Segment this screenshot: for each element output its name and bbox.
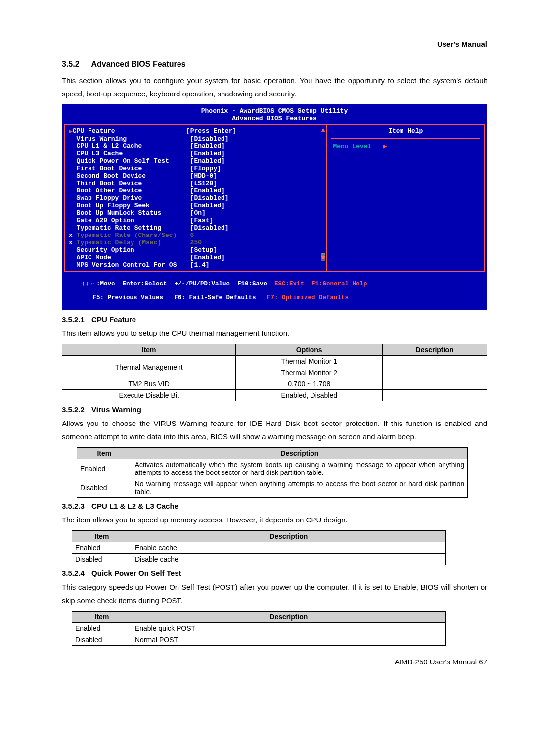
setting-label: MPS Version Control For OS bbox=[77, 261, 190, 269]
table-cell: TM2 Bus VID bbox=[62, 378, 236, 390]
subsection-number: 3.5.2.3 bbox=[62, 502, 85, 510]
table-row: Enabled Enable quick POST bbox=[72, 623, 446, 634]
bios-setting-row[interactable]: Typematic Rate Setting [Disabled] bbox=[69, 224, 322, 232]
table-header-row: Item Description bbox=[72, 612, 446, 623]
bios-setting-row[interactable]: Virus Warning [Disabled] bbox=[69, 135, 322, 142]
bios-setting-row[interactable]: Security Option [Setup] bbox=[69, 246, 322, 254]
table-cell: No warning message will appear when anyt… bbox=[132, 478, 468, 498]
table-cell: Disabled bbox=[77, 478, 132, 498]
table-cell: Activates automatically when the system … bbox=[132, 459, 468, 478]
scroll-down-icon[interactable]: ▼ bbox=[321, 254, 325, 262]
setting-label: CPU Feature bbox=[73, 127, 186, 135]
table-cell: Enabled bbox=[72, 542, 132, 554]
setting-value: [On] bbox=[190, 209, 206, 217]
bios-setting-row[interactable]: CPU L3 Cache [Enabled] bbox=[69, 150, 322, 157]
bios-setting-row[interactable]: Swap Floppy Drive [Disabled] bbox=[69, 194, 322, 202]
setting-value: 250 bbox=[190, 239, 202, 246]
bios-menu-level: Menu Level ▶ bbox=[331, 139, 480, 154]
table-header-row: Item Description bbox=[72, 531, 446, 542]
setting-label: Boot Up Floppy Seek bbox=[77, 202, 190, 209]
bios-setting-row[interactable]: MPS Version Control For OS [1.4] bbox=[69, 261, 322, 269]
bios-setting-row[interactable]: ▶ CPU Feature [Press Enter] bbox=[69, 127, 322, 135]
bios-settings-pane: ▲ ▓ ▼ ▶ CPU Feature [Press Enter] Virus … bbox=[65, 125, 327, 271]
subsection-intro: This category speeds up Power On Self Te… bbox=[62, 580, 487, 607]
setting-value: [Enabled] bbox=[190, 157, 225, 165]
triangle-icon: ▶ bbox=[69, 127, 73, 135]
table-row: Enabled Activates automatically when the… bbox=[77, 459, 468, 478]
table-header: Description bbox=[132, 448, 468, 459]
subsection-title: Quick Power On Self Test bbox=[91, 569, 181, 577]
table-cell: Enable quick POST bbox=[132, 623, 445, 634]
setting-value: [Enabled] bbox=[190, 254, 225, 261]
post-table: Item Description Enabled Enable quick PO… bbox=[72, 611, 446, 646]
table-row: Disabled No warning message will appear … bbox=[77, 478, 468, 498]
section-heading: 3.5.2 Advanced BIOS Features bbox=[62, 60, 487, 69]
section-intro: This section allows you to configure you… bbox=[62, 74, 487, 100]
table-cell: Disabled bbox=[72, 554, 132, 565]
setting-value: [Fast] bbox=[190, 217, 214, 224]
table-cell: 0.700 ~ 1.708 bbox=[236, 378, 383, 390]
table-cell: Thermal Monitor 1 bbox=[236, 356, 383, 367]
subsection-number: 3.5.2.2 bbox=[62, 405, 85, 414]
bios-setting-row[interactable]: Third Boot Device [LS120] bbox=[69, 180, 322, 187]
bios-footer: ↑↓→←:Move Enter:Select +/-/PU/PD:Value F… bbox=[64, 272, 485, 308]
setting-value: [Enabled] bbox=[190, 142, 225, 150]
setting-label: CPU L1 & L2 Cache bbox=[77, 142, 190, 150]
setting-label: Typematic Rate Setting bbox=[77, 224, 190, 232]
bios-help-pane: Item Help Menu Level ▶ bbox=[327, 125, 484, 271]
table-row: Enabled Enable cache bbox=[72, 542, 446, 554]
bios-setting-row[interactable]: x Typematic Delay (Msec) 250 bbox=[69, 239, 322, 246]
setting-label: Typematic Rate (Chars/Sec) bbox=[77, 232, 190, 239]
setting-label: Second Boot Device bbox=[77, 172, 190, 180]
subsection-title: CPU L1 & L2 & L3 Cache bbox=[91, 502, 178, 510]
bios-setting-row[interactable]: Second Boot Device [HDD-0] bbox=[69, 172, 322, 180]
footer-defaults-keys: F7: Optimized Defaults bbox=[256, 294, 349, 301]
setting-value: [HDD-0] bbox=[190, 172, 218, 180]
bios-setting-row[interactable]: Boot Up NumLock Status [On] bbox=[69, 209, 322, 217]
subsection-heading: 3.5.2.1 CPU Feature bbox=[62, 315, 487, 324]
x-prefix: x bbox=[69, 239, 77, 246]
cpu-feature-table: Item Options Description Thermal Managem… bbox=[62, 344, 487, 401]
footer-values-keys: F5: Previous Values F6: Fail-Safe Defaul… bbox=[82, 294, 256, 301]
subsection-heading: 3.5.2.4 Quick Power On Self Test bbox=[62, 569, 487, 577]
bios-setting-row[interactable]: APIC Mode [Enabled] bbox=[69, 254, 322, 261]
bios-setting-row[interactable]: First Boot Device [Floppy] bbox=[69, 165, 322, 172]
table-header: Description bbox=[132, 531, 445, 542]
setting-label: Boot Other Device bbox=[77, 187, 190, 194]
menu-level-label: Menu Level bbox=[333, 143, 372, 150]
bios-setting-row[interactable]: Boot Other Device [Enabled] bbox=[69, 187, 322, 194]
setting-value: 6 bbox=[190, 232, 194, 239]
bios-screen: Phoenix - AwardBIOS CMOS Setup Utility A… bbox=[62, 104, 487, 310]
bios-setting-row[interactable]: Gate A20 Option [Fast] bbox=[69, 217, 322, 224]
setting-label: Virus Warning bbox=[77, 135, 190, 142]
table-cell: Disable cache bbox=[132, 554, 445, 565]
subsection-number: 3.5.2.4 bbox=[62, 569, 85, 577]
subsection-heading: 3.5.2.2 Virus Warning bbox=[62, 405, 487, 414]
setting-label: Swap Floppy Drive bbox=[77, 194, 190, 202]
table-cell: Disabled bbox=[72, 634, 132, 646]
scroll-up-icon[interactable]: ▲ bbox=[321, 126, 325, 134]
table-header: Item bbox=[72, 531, 132, 542]
section-number: 3.5.2 bbox=[62, 60, 80, 69]
footer-nav-keys: ↑↓→←:Move Enter:Select +/-/PU/PD:Value F… bbox=[82, 281, 267, 287]
setting-value: [Setup] bbox=[190, 246, 218, 254]
table-row: Disabled Normal POST bbox=[72, 634, 446, 646]
table-row: Execute Disable Bit Enabled, Disabled bbox=[62, 390, 487, 401]
subsection-intro: The item allows you to speed up memory a… bbox=[62, 513, 487, 526]
subsection-number: 3.5.2.1 bbox=[62, 315, 85, 324]
cache-table: Item Description Enabled Enable cache Di… bbox=[72, 530, 446, 565]
setting-value: [Floppy] bbox=[190, 165, 221, 172]
bios-setting-row[interactable]: CPU L1 & L2 Cache [Enabled] bbox=[69, 142, 322, 150]
bios-setting-row[interactable]: Boot Up Floppy Seek [Enabled] bbox=[69, 202, 322, 209]
setting-label: Third Boot Device bbox=[77, 180, 190, 187]
setting-value: [Enabled] bbox=[190, 187, 225, 194]
bios-setting-row[interactable]: Quick Power On Self Test [Enabled] bbox=[69, 157, 322, 165]
table-cell: Enabled, Disabled bbox=[236, 390, 383, 401]
table-cell: Thermal Management bbox=[62, 356, 236, 378]
bios-title-line2: Advanced BIOS Features bbox=[232, 115, 317, 122]
setting-label: First Boot Device bbox=[77, 165, 190, 172]
table-cell: Execute Disable Bit bbox=[62, 390, 236, 401]
footer-help-keys: ESC:Exit F1:General Help bbox=[267, 281, 367, 287]
virus-warning-table: Item Description Enabled Activates autom… bbox=[77, 447, 468, 498]
bios-setting-row[interactable]: x Typematic Rate (Chars/Sec) 6 bbox=[69, 232, 322, 239]
